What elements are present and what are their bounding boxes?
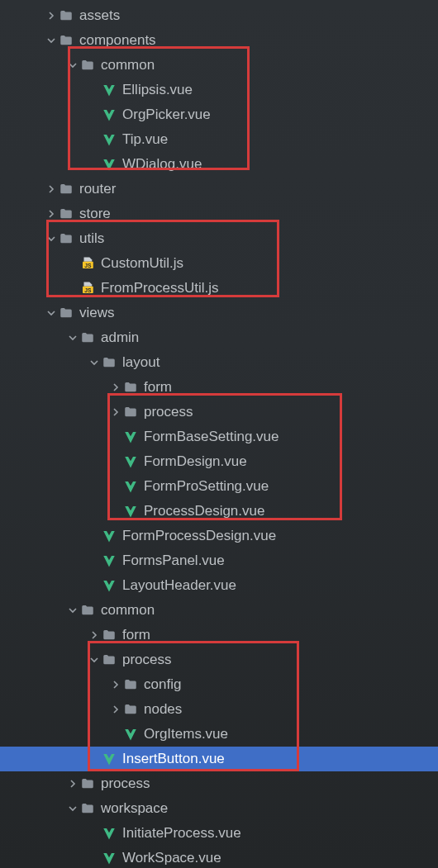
folder-icon <box>58 182 74 197</box>
tree-file[interactable]: InsertButton.vue <box>0 747 438 771</box>
chevron-right-icon[interactable] <box>68 780 78 788</box>
tree-file[interactable]: FormDesign.vue <box>0 449 438 474</box>
tree-item-label: store <box>78 202 111 226</box>
js-icon: JS <box>79 281 96 296</box>
tree-item-label: CustomUtil.js <box>99 251 183 276</box>
folder-icon <box>58 8 74 23</box>
tree-file[interactable]: InitiateProcess.vue <box>0 821 438 846</box>
vue-icon <box>122 454 139 469</box>
tree-folder[interactable]: assets <box>0 3 438 28</box>
chevron-down-icon[interactable] <box>89 358 99 367</box>
tree-item-label: components <box>78 28 156 53</box>
chevron-right-icon[interactable] <box>111 383 121 391</box>
tree-folder[interactable]: workspace <box>0 796 438 821</box>
svg-text:JS: JS <box>84 287 92 293</box>
tree-file[interactable]: LayoutHeader.vue <box>0 573 438 598</box>
tree-file[interactable]: JS CustomUtil.js <box>0 251 438 276</box>
file-tree: assetscomponentscommonEllipsis.vueOrgPic… <box>0 0 438 868</box>
tree-file[interactable]: JS FromProcessUtil.js <box>0 276 438 301</box>
vue-icon <box>101 752 117 766</box>
chevron-right-icon[interactable] <box>89 631 99 639</box>
tree-file[interactable]: OrgItems.vue <box>0 722 438 747</box>
tree-item-label: InsertButton.vue <box>121 747 225 771</box>
chevron-right-icon[interactable] <box>111 705 121 714</box>
tree-item-label: OrgPicker.vue <box>121 102 211 127</box>
tree-item-label: router <box>78 177 116 202</box>
tree-folder[interactable]: form <box>0 375 438 400</box>
tree-item-label: FormProSetting.vue <box>142 474 269 499</box>
folder-icon <box>58 206 74 221</box>
folder-icon <box>122 702 139 717</box>
tree-item-label: FormDesign.vue <box>142 449 247 474</box>
tree-item-label: FormProcessDesign.vue <box>121 524 276 548</box>
tree-folder[interactable]: form <box>0 623 438 647</box>
chevron-down-icon[interactable] <box>89 656 99 664</box>
folder-icon <box>58 33 74 48</box>
tree-item-label: LayoutHeader.vue <box>121 573 236 598</box>
tree-file[interactable]: FormBaseSetting.vue <box>0 425 438 449</box>
tree-file[interactable]: Ellipsis.vue <box>0 78 438 102</box>
tree-folder[interactable]: common <box>0 53 438 78</box>
tree-folder[interactable]: process <box>0 647 438 672</box>
tree-item-label: OrgItems.vue <box>142 722 228 747</box>
tree-item-label: ProcessDesign.vue <box>142 499 264 524</box>
tree-item-label: process <box>142 400 193 425</box>
tree-item-label: Tip.vue <box>121 127 168 152</box>
tree-folder[interactable]: process <box>0 400 438 425</box>
chevron-right-icon[interactable] <box>111 408 121 416</box>
tree-folder[interactable]: nodes <box>0 697 438 722</box>
folder-icon <box>122 405 139 420</box>
folder-icon <box>79 801 96 816</box>
tree-item-label: Ellipsis.vue <box>121 78 193 102</box>
vue-icon <box>122 429 139 444</box>
chevron-down-icon[interactable] <box>68 61 78 69</box>
vue-icon <box>101 107 117 122</box>
tree-file[interactable]: Tip.vue <box>0 127 438 152</box>
tree-folder[interactable]: process <box>0 771 438 796</box>
folder-icon <box>101 652 117 667</box>
chevron-right-icon[interactable] <box>46 12 56 20</box>
folder-icon <box>101 355 117 370</box>
tree-item-label: FormBaseSetting.vue <box>142 425 279 449</box>
folder-icon <box>79 330 96 345</box>
tree-file[interactable]: WDialog.vue <box>0 152 438 177</box>
tree-folder[interactable]: views <box>0 301 438 325</box>
chevron-right-icon[interactable] <box>111 681 121 689</box>
tree-folder[interactable]: utils <box>0 226 438 251</box>
tree-file[interactable]: FormProcessDesign.vue <box>0 524 438 548</box>
chevron-right-icon[interactable] <box>46 185 56 193</box>
tree-folder[interactable]: common <box>0 598 438 623</box>
vue-icon <box>101 851 117 866</box>
tree-item-label: layout <box>121 350 159 375</box>
folder-icon <box>58 231 74 246</box>
tree-folder[interactable]: components <box>0 28 438 53</box>
folder-icon <box>79 776 96 791</box>
tree-file[interactable]: FormProSetting.vue <box>0 474 438 499</box>
tree-file[interactable]: OrgPicker.vue <box>0 102 438 127</box>
folder-icon <box>101 628 117 643</box>
chevron-down-icon[interactable] <box>68 804 78 813</box>
tree-folder[interactable]: admin <box>0 325 438 350</box>
chevron-down-icon[interactable] <box>68 606 78 614</box>
tree-item-label: FromProcessUtil.js <box>99 276 219 301</box>
tree-file[interactable]: FormsPanel.vue <box>0 548 438 573</box>
tree-item-label: form <box>142 375 172 400</box>
tree-file[interactable]: WorkSpace.vue <box>0 846 438 868</box>
tree-file[interactable]: ProcessDesign.vue <box>0 499 438 524</box>
folder-icon <box>79 58 96 73</box>
chevron-right-icon[interactable] <box>46 210 56 218</box>
tree-item-label: InitiateProcess.vue <box>121 821 241 846</box>
tree-folder[interactable]: router <box>0 177 438 202</box>
chevron-down-icon[interactable] <box>46 36 56 45</box>
chevron-down-icon[interactable] <box>46 309 56 317</box>
tree-item-label: form <box>121 623 150 647</box>
vue-icon <box>101 529 117 543</box>
vue-icon <box>101 553 117 568</box>
tree-folder[interactable]: store <box>0 202 438 226</box>
chevron-down-icon[interactable] <box>46 235 56 243</box>
chevron-down-icon[interactable] <box>68 334 78 342</box>
tree-folder[interactable]: config <box>0 672 438 697</box>
tree-folder[interactable]: layout <box>0 350 438 375</box>
tree-item-label: workspace <box>99 796 168 821</box>
vue-icon <box>101 578 117 593</box>
